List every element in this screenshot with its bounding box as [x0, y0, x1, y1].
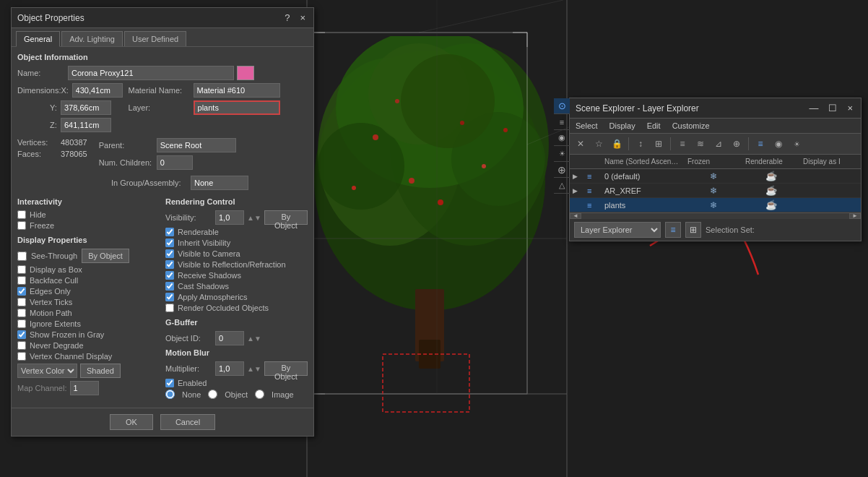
rendering-by-object-btn[interactable]: By Object [264, 210, 308, 225]
toolbar-star-btn[interactable]: ☆ [591, 136, 607, 152]
vertex-ticks-checkbox[interactable] [17, 298, 26, 306]
layer-side-icon-helpers[interactable]: ⊕ [554, 162, 570, 178]
toolbar-collapse-btn[interactable]: ⊿ [711, 136, 726, 152]
motion-path-checkbox[interactable] [17, 309, 26, 317]
toolbar-lights-btn[interactable]: ☀ [789, 136, 804, 152]
layer-side-icon-layers[interactable]: ≡ [554, 114, 570, 130]
renderable-checkbox[interactable] [165, 228, 174, 236]
tab-adv-lighting[interactable]: Adv. Lighting [61, 31, 123, 46]
menu-edit[interactable]: Edit [647, 121, 661, 130]
z-input[interactable] [61, 118, 111, 132]
parent-input[interactable] [157, 138, 236, 152]
cancel-button[interactable]: Cancel [160, 414, 215, 430]
show-frozen-checkbox[interactable] [17, 330, 26, 339]
dimensions-section: Dimensions: X: Y: Z: Material Name: [17, 83, 308, 135]
cast-shadows-checkbox[interactable] [165, 282, 174, 291]
header-name[interactable]: Name (Sorted Ascending Age) [602, 156, 685, 167]
layer-row[interactable]: ▶ ≡ 0 (default) ❄ ☕ [570, 169, 861, 184]
visible-camera-checkbox[interactable] [165, 249, 174, 258]
layer-side-icon-camera[interactable]: ◉ [554, 130, 570, 146]
vertex-color-select[interactable]: Vertex Color [17, 364, 77, 378]
toolbar-expand-btn[interactable]: ⊕ [729, 136, 745, 152]
layer-restore-btn[interactable]: ☐ [826, 103, 839, 113]
layer-side-icon-scene[interactable]: ⊙ [554, 98, 570, 114]
freeze-checkbox[interactable] [17, 221, 26, 230]
titlebar-controls: ? × [282, 12, 308, 23]
display-as-box-checkbox[interactable] [17, 265, 26, 274]
menu-select[interactable]: Select [576, 121, 598, 130]
layer-close-btn[interactable]: × [845, 103, 855, 113]
layer-row[interactable]: ≡ plants ❄ ☕ [570, 198, 861, 212]
object-id-input[interactable] [215, 331, 244, 345]
in-group-input[interactable] [191, 176, 248, 190]
expand-default[interactable]: ▶ [573, 173, 587, 180]
bottom-config-btn[interactable]: ⊞ [685, 222, 701, 238]
num-children-input[interactable] [157, 155, 193, 170]
receive-shadows-checkbox[interactable] [165, 271, 174, 280]
toolbar-list-btn[interactable]: ≡ [674, 136, 690, 152]
tab-general[interactable]: General [16, 31, 60, 47]
edges-only-checkbox[interactable] [17, 287, 26, 296]
layer-row[interactable]: ▶ ≡ AR_XREF ❄ ☕ [570, 184, 861, 198]
motion-blur-by-object-btn[interactable]: By Object [264, 361, 308, 376]
vertex-channel-checkbox[interactable] [17, 352, 26, 361]
visibility-input[interactable] [215, 210, 244, 225]
expand-ar-xref[interactable]: ▶ [573, 187, 587, 194]
backface-cull-checkbox[interactable] [17, 276, 26, 285]
see-through-checkbox[interactable] [17, 252, 27, 261]
material-name-input[interactable] [194, 83, 280, 98]
multiplier-label: Multiplier: [165, 364, 212, 373]
layer-side-icon-shapes[interactable]: △ [554, 178, 570, 194]
bottom-layers-btn[interactable]: ≡ [665, 222, 681, 238]
scroll-left-arrow[interactable]: ◄ [570, 213, 581, 219]
edges-only-label: Edges Only [30, 287, 71, 296]
x-input[interactable] [72, 83, 123, 98]
render-occluded-checkbox[interactable] [165, 304, 174, 312]
layer-side-icon-lights[interactable]: ☀ [554, 146, 570, 162]
ignore-extents-checkbox[interactable] [17, 319, 26, 328]
help-button[interactable]: ? [282, 12, 292, 23]
toolbar-objects-btn[interactable]: ◉ [771, 136, 786, 152]
faces-value: 378065 [61, 150, 87, 158]
toolbar-filter-btn[interactable]: ≋ [693, 136, 708, 152]
header-renderable[interactable]: Renderable [742, 156, 800, 167]
multiplier-input[interactable] [215, 361, 244, 376]
map-channel-input[interactable] [70, 381, 99, 395]
close-button[interactable]: × [298, 12, 308, 23]
tab-user-defined[interactable]: User Defined [124, 31, 186, 46]
toolbar-sort-btn[interactable]: ↕ [633, 136, 648, 152]
apply-atmospherics-checkbox[interactable] [165, 293, 174, 301]
toolbar-lock-btn[interactable]: 🔒 [609, 136, 625, 152]
layer-input[interactable] [194, 100, 280, 115]
scroll-track[interactable] [581, 213, 849, 219]
image-radio[interactable] [255, 390, 264, 399]
toolbar-delete-btn[interactable]: ✕ [573, 136, 589, 152]
svg-point-13 [438, 199, 443, 205]
none-radio[interactable] [165, 390, 175, 399]
ok-button[interactable]: OK [110, 414, 153, 430]
layer-toolbar: ⊙ ≡ ◉ ☀ ⊕ △ ✕ ☆ 🔒 ↕ ⊞ ≡ ≋ ⊿ ⊕ ≡ ◉ ☀ [570, 134, 861, 155]
hide-checkbox[interactable] [17, 210, 26, 219]
toolbar-layers-btn[interactable]: ≡ [752, 136, 768, 152]
menu-display[interactable]: Display [609, 121, 635, 130]
visible-reflection-checkbox[interactable] [165, 260, 174, 269]
y-input[interactable] [61, 100, 111, 115]
by-object-btn[interactable]: By Object [82, 249, 129, 263]
scroll-right-arrow[interactable]: ► [849, 213, 861, 219]
visibility-spinner: ▲▼ [247, 214, 261, 222]
layer-minimize-btn[interactable]: — [807, 103, 820, 113]
name-input[interactable] [68, 66, 234, 80]
layer-bottom-dropdown[interactable]: Layer Explorer [574, 222, 661, 238]
toolbar-grid-btn[interactable]: ⊞ [651, 136, 667, 152]
menu-customize[interactable]: Customize [672, 121, 710, 130]
shaded-btn[interactable]: Shaded [80, 364, 121, 378]
toolbar-sep-1 [628, 137, 629, 150]
never-degrade-checkbox[interactable] [17, 341, 26, 350]
z-label: Z: [50, 121, 61, 129]
header-display-as[interactable]: Display as I [800, 156, 858, 167]
object-radio[interactable] [208, 390, 217, 399]
color-swatch[interactable] [237, 66, 254, 80]
inherit-vis-checkbox[interactable] [165, 239, 174, 247]
header-frozen[interactable]: Frozen [685, 156, 742, 167]
enabled-checkbox[interactable] [165, 379, 174, 387]
